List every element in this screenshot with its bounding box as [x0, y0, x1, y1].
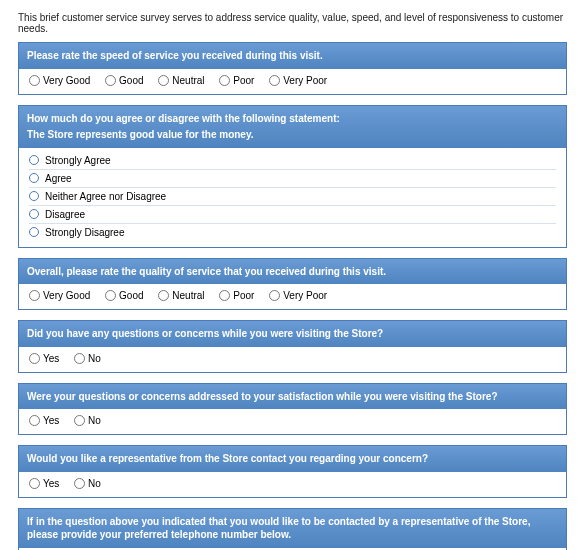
option-very-poor[interactable]: Very Poor: [269, 75, 327, 86]
option-strongly-agree[interactable]: Strongly Agree: [29, 152, 556, 170]
option-very-good[interactable]: Very Good: [29, 290, 90, 301]
question-prompt: Would you like a representative from the…: [19, 446, 566, 472]
radio-icon[interactable]: [219, 75, 230, 86]
radio-icon[interactable]: [105, 75, 116, 86]
question-prompt: How much do you agree or disagree with t…: [19, 106, 566, 148]
radio-icon[interactable]: [158, 290, 169, 301]
option-label: Yes: [43, 415, 59, 426]
question-phone: If in the question above you indicated t…: [18, 508, 567, 551]
option-poor[interactable]: Poor: [219, 290, 254, 301]
radio-icon[interactable]: [29, 75, 40, 86]
radio-icon[interactable]: [158, 75, 169, 86]
question-speed: Please rate the speed of service you rec…: [18, 42, 567, 95]
option-label: Strongly Agree: [45, 155, 111, 166]
option-yes[interactable]: Yes: [29, 415, 59, 426]
option-label: Very Poor: [283, 290, 327, 301]
question-quality: Overall, please rate the quality of serv…: [18, 258, 567, 311]
radio-icon[interactable]: [269, 75, 280, 86]
option-neutral[interactable]: Neutral: [158, 290, 204, 301]
option-label: Very Good: [43, 75, 90, 86]
radio-icon[interactable]: [29, 191, 39, 201]
radio-icon[interactable]: [29, 173, 39, 183]
option-label: Strongly Disagree: [45, 227, 124, 238]
options-row: Yes No: [19, 347, 566, 372]
option-label: Yes: [43, 478, 59, 489]
option-label: No: [88, 478, 101, 489]
option-label: Very Good: [43, 290, 90, 301]
option-agree[interactable]: Agree: [29, 170, 556, 188]
radio-icon[interactable]: [29, 353, 40, 364]
option-label: Yes: [43, 353, 59, 364]
option-disagree[interactable]: Disagree: [29, 206, 556, 224]
option-yes[interactable]: Yes: [29, 478, 59, 489]
option-label: Agree: [45, 173, 72, 184]
option-label: Poor: [233, 290, 254, 301]
option-yes[interactable]: Yes: [29, 353, 59, 364]
question-prompt: Did you have any questions or concerns w…: [19, 321, 566, 347]
options-column: Strongly Agree Agree Neither Agree nor D…: [19, 148, 566, 247]
question-prompt: Were your questions or concerns addresse…: [19, 384, 566, 410]
radio-icon[interactable]: [219, 290, 230, 301]
survey-intro: This brief customer service survey serve…: [18, 12, 567, 34]
radio-icon[interactable]: [29, 227, 39, 237]
option-label: Neutral: [172, 290, 204, 301]
option-no[interactable]: No: [74, 415, 101, 426]
option-label: Very Poor: [283, 75, 327, 86]
options-row: Very Good Good Neutral Poor Very Poor: [19, 69, 566, 94]
radio-icon[interactable]: [74, 415, 85, 426]
radio-icon[interactable]: [105, 290, 116, 301]
option-good[interactable]: Good: [105, 290, 143, 301]
option-label: Good: [119, 290, 143, 301]
option-label: No: [88, 353, 101, 364]
radio-icon[interactable]: [29, 415, 40, 426]
option-strongly-disagree[interactable]: Strongly Disagree: [29, 224, 556, 241]
option-label: Neutral: [172, 75, 204, 86]
option-poor[interactable]: Poor: [219, 75, 254, 86]
question-value: How much do you agree or disagree with t…: [18, 105, 567, 248]
option-label: Good: [119, 75, 143, 86]
prompt-line2: The Store represents good value for the …: [27, 128, 558, 142]
option-neutral[interactable]: Neutral: [158, 75, 204, 86]
radio-icon[interactable]: [29, 478, 40, 489]
prompt-line1: How much do you agree or disagree with t…: [27, 113, 340, 124]
option-label: Neither Agree nor Disagree: [45, 191, 166, 202]
option-label: No: [88, 415, 101, 426]
radio-icon[interactable]: [269, 290, 280, 301]
options-row: Yes No: [19, 472, 566, 497]
option-no[interactable]: No: [74, 353, 101, 364]
question-prompt: If in the question above you indicated t…: [19, 509, 566, 548]
question-contact-rep: Would you like a representative from the…: [18, 445, 567, 498]
option-very-poor[interactable]: Very Poor: [269, 290, 327, 301]
option-good[interactable]: Good: [105, 75, 143, 86]
question-prompt: Please rate the speed of service you rec…: [19, 43, 566, 69]
radio-icon[interactable]: [29, 155, 39, 165]
question-concerns-addressed: Were your questions or concerns addresse…: [18, 383, 567, 436]
options-row: Very Good Good Neutral Poor Very Poor: [19, 284, 566, 309]
radio-icon[interactable]: [74, 353, 85, 364]
question-had-concerns: Did you have any questions or concerns w…: [18, 320, 567, 373]
radio-icon[interactable]: [74, 478, 85, 489]
option-no[interactable]: No: [74, 478, 101, 489]
radio-icon[interactable]: [29, 290, 40, 301]
question-prompt: Overall, please rate the quality of serv…: [19, 259, 566, 285]
options-row: Yes No: [19, 409, 566, 434]
option-very-good[interactable]: Very Good: [29, 75, 90, 86]
option-label: Disagree: [45, 209, 85, 220]
radio-icon[interactable]: [29, 209, 39, 219]
option-label: Poor: [233, 75, 254, 86]
option-neither[interactable]: Neither Agree nor Disagree: [29, 188, 556, 206]
